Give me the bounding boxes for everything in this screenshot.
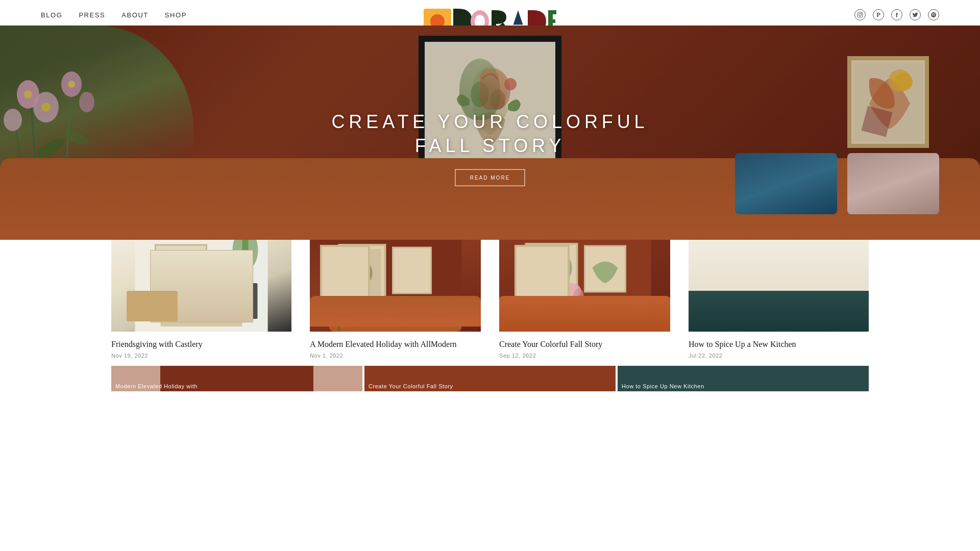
svg-point-62 <box>329 288 345 309</box>
site-header: BLOG PRESS ABOUT SHOP <box>0 0 980 26</box>
carousel-label-1: Modern Elevated Holiday with <box>115 383 198 389</box>
svg-rect-97 <box>827 306 834 321</box>
article-date-3: Sep 12, 2022 <box>499 353 670 359</box>
carousel-label-2: Create Your Colorful Fall Story <box>369 383 453 389</box>
svg-rect-47 <box>242 283 258 319</box>
svg-point-75 <box>549 316 590 332</box>
nav-social: P f <box>854 9 939 20</box>
carousel-item-2[interactable]: Create Your Colorful Fall Story <box>364 366 616 391</box>
svg-rect-92 <box>758 305 799 319</box>
svg-rect-43 <box>151 283 166 319</box>
svg-rect-61 <box>390 306 421 327</box>
article-title-3[interactable]: Create Your Colorful Fall Story <box>499 339 670 350</box>
svg-rect-77 <box>713 240 845 332</box>
svg-rect-66 <box>526 244 577 305</box>
svg-rect-80 <box>758 242 799 276</box>
article-thumb-3[interactable] <box>499 240 670 332</box>
svg-point-95 <box>814 290 836 310</box>
article-thumb-1[interactable] <box>111 240 291 332</box>
twitter-icon[interactable] <box>910 9 921 20</box>
svg-rect-91 <box>753 302 804 322</box>
svg-rect-54 <box>344 249 381 297</box>
svg-rect-71 <box>519 298 651 308</box>
article-info-2: A Modern Elevated Holiday with AllModern… <box>310 332 481 362</box>
svg-rect-45 <box>197 283 212 319</box>
svg-rect-82 <box>713 278 845 304</box>
article-title-2[interactable]: A Modern Elevated Holiday with AllModern <box>310 339 481 350</box>
svg-point-74 <box>574 289 584 301</box>
svg-point-55 <box>352 260 373 286</box>
article-info-1: Friendsgiving with Castlery Nov 19, 2022 <box>111 332 291 362</box>
svg-rect-60 <box>345 304 380 327</box>
hero-title: CREATE YOUR COLORFUL FALL STORY <box>331 110 648 158</box>
svg-rect-44 <box>171 283 186 319</box>
spotify-icon[interactable] <box>928 9 939 20</box>
svg-point-67 <box>536 258 567 293</box>
hero-section: CREATE YOUR COLORFUL FALL STORY READ MOR… <box>0 26 980 240</box>
svg-rect-42 <box>161 291 242 327</box>
pinterest-icon[interactable]: P <box>873 9 884 20</box>
svg-rect-81 <box>802 242 843 276</box>
carousel-item-1[interactable]: Modern Elevated Holiday with <box>111 366 362 391</box>
svg-point-68 <box>552 254 572 282</box>
svg-rect-41 <box>151 286 253 291</box>
article-date-1: Nov 19, 2022 <box>111 353 291 359</box>
svg-point-98 <box>737 304 749 314</box>
hero-text-overlay: CREATE YOUR COLORFUL FALL STORY READ MOR… <box>331 110 648 186</box>
svg-rect-70 <box>519 304 651 332</box>
svg-point-16 <box>861 13 862 14</box>
svg-rect-100 <box>825 240 845 281</box>
bottom-carousel-strip: Modern Elevated Holiday with Create Your… <box>0 362 980 391</box>
article-info-4: How to Spice Up a New Kitchen Jul 22, 20… <box>689 332 869 362</box>
article-title-4[interactable]: How to Spice Up a New Kitchen <box>689 339 869 350</box>
nav-left: BLOG PRESS ABOUT SHOP <box>41 11 187 19</box>
article-thumb-4[interactable] <box>689 240 869 332</box>
article-date-4: Jul 22, 2022 <box>689 353 869 359</box>
svg-rect-39 <box>135 240 268 332</box>
nav-about[interactable]: ABOUT <box>121 11 149 19</box>
article-grid: Friendsgiving with Castlery Nov 19, 2022 <box>0 240 980 362</box>
svg-rect-59 <box>329 301 462 311</box>
article-card-1: Friendsgiving with Castlery Nov 19, 2022 <box>111 240 301 362</box>
article-card-2: A Modern Elevated Holiday with AllModern… <box>301 240 490 362</box>
article-title-1[interactable]: Friendsgiving with Castlery <box>111 339 291 350</box>
svg-point-99 <box>747 303 758 312</box>
svg-rect-79 <box>715 242 756 276</box>
nav-shop[interactable]: SHOP <box>165 11 187 19</box>
svg-rect-50 <box>156 245 207 281</box>
article-thumb-2[interactable] <box>310 240 481 332</box>
svg-rect-94 <box>773 298 785 300</box>
svg-rect-56 <box>393 247 431 293</box>
svg-point-63 <box>341 285 353 302</box>
svg-rect-40 <box>227 240 268 332</box>
svg-rect-46 <box>222 283 237 319</box>
article-date-2: Nov 1, 2022 <box>310 353 481 359</box>
svg-point-51 <box>168 253 194 273</box>
svg-rect-93 <box>778 298 780 309</box>
svg-rect-76 <box>565 319 575 329</box>
svg-rect-78 <box>713 240 845 278</box>
carousel-item-3[interactable]: How to Spice Up New Kitchen <box>618 366 869 391</box>
svg-rect-72 <box>570 296 580 309</box>
svg-rect-14 <box>857 12 863 17</box>
carousel-label-3: How to Spice Up New Kitchen <box>622 383 704 389</box>
nav-blog[interactable]: BLOG <box>41 11 62 19</box>
svg-rect-58 <box>329 306 462 332</box>
nav-press[interactable]: PRESS <box>79 11 105 19</box>
svg-point-15 <box>859 14 862 16</box>
svg-rect-90 <box>713 301 845 332</box>
instagram-icon[interactable] <box>854 9 866 20</box>
svg-point-96 <box>826 294 842 313</box>
article-card-3: Create Your Colorful Fall Story Sep 12, … <box>490 240 679 362</box>
hero-read-more-button[interactable]: READ MORE <box>455 169 525 186</box>
article-card-4: How to Spice Up a New Kitchen Jul 22, 20… <box>679 240 869 362</box>
facebook-icon[interactable]: f <box>891 9 902 20</box>
article-info-3: Create Your Colorful Fall Story Sep 12, … <box>499 332 670 362</box>
